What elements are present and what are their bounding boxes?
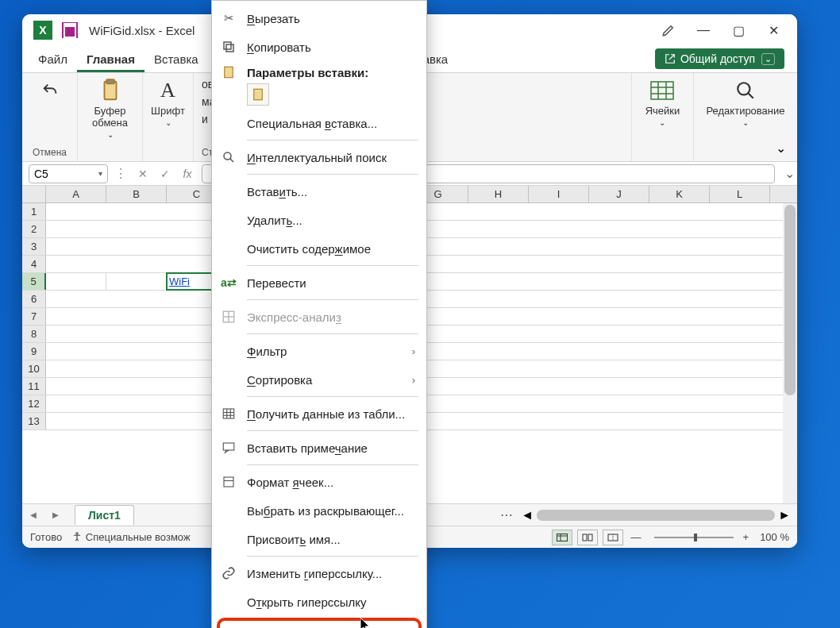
tab-nav-left[interactable]: ◄ bbox=[22, 509, 44, 521]
ctx-edit-hyperlink[interactable]: Изменить гиперссылку... bbox=[212, 559, 426, 588]
sheet-tab[interactable]: Лист1 bbox=[75, 505, 134, 525]
cell[interactable] bbox=[46, 273, 106, 290]
minimize-button[interactable]: — bbox=[686, 17, 721, 43]
table-icon bbox=[220, 405, 237, 422]
ctx-clear[interactable]: Очистить содержимое bbox=[212, 234, 426, 263]
ctx-copy[interactable]: Копировать bbox=[212, 33, 426, 61]
ctx-format-cells[interactable]: Формат ячеек... bbox=[212, 468, 426, 496]
ctx-translate[interactable]: а⇄Перевести bbox=[212, 268, 426, 297]
cancel-edit-button[interactable]: ✕ bbox=[135, 166, 151, 182]
cells-button[interactable]: Ячейки ⌄ bbox=[645, 78, 680, 127]
scissors-icon: ✂ bbox=[220, 10, 237, 27]
cursor-icon bbox=[360, 618, 373, 628]
col-header[interactable]: J bbox=[589, 186, 649, 202]
col-header[interactable]: L bbox=[710, 186, 770, 202]
paste-option-default[interactable] bbox=[247, 83, 269, 106]
ctx-remove-hyperlink[interactable]: Удалить гиперссылку bbox=[220, 621, 418, 628]
svg-rect-26 bbox=[223, 409, 234, 418]
vertical-scrollbar[interactable] bbox=[783, 203, 797, 503]
accessibility-status[interactable]: Специальные возмож bbox=[71, 531, 190, 543]
svg-rect-13 bbox=[583, 534, 587, 541]
row-header[interactable]: 7 bbox=[22, 308, 46, 325]
row-header[interactable]: 13 bbox=[22, 413, 46, 430]
horizontal-scrollbar[interactable]: ◄► bbox=[521, 508, 791, 522]
ctx-open-hyperlink[interactable]: Открыть гиперссылку bbox=[212, 588, 426, 616]
select-all-corner[interactable] bbox=[22, 186, 46, 202]
row-header[interactable]: 11 bbox=[22, 378, 46, 395]
comment-icon bbox=[220, 439, 237, 457]
tab-insert[interactable]: Вставка bbox=[144, 48, 208, 72]
confirm-edit-button[interactable]: ✓ bbox=[157, 166, 173, 182]
paintbrush-icon[interactable] bbox=[651, 17, 686, 43]
svg-rect-10 bbox=[557, 534, 567, 541]
svg-rect-19 bbox=[225, 67, 233, 78]
col-header[interactable]: I bbox=[529, 186, 589, 202]
row-header[interactable]: 5 bbox=[22, 273, 46, 290]
svg-rect-2 bbox=[651, 82, 673, 99]
chevron-down-icon: ⌄ bbox=[761, 53, 775, 65]
col-header[interactable]: H bbox=[468, 186, 529, 202]
ctx-insert-comment[interactable]: Вставить примечание bbox=[212, 433, 426, 462]
row-header[interactable]: 6 bbox=[22, 291, 46, 307]
tab-options-button[interactable]: ⋯ bbox=[500, 507, 513, 522]
formula-expand-button[interactable]: ⌄ bbox=[781, 166, 797, 181]
ctx-define-name[interactable]: Присвоить имя... bbox=[212, 525, 426, 553]
svg-line-8 bbox=[748, 93, 753, 98]
ctx-quick-analysis: Экспресс-анализ bbox=[212, 302, 426, 331]
tab-home[interactable]: Главная bbox=[77, 48, 144, 72]
ctx-paste-special[interactable]: Специальная вставка... bbox=[212, 109, 426, 137]
row-header[interactable]: 10 bbox=[22, 360, 46, 377]
ctx-sort[interactable]: Сортировка› bbox=[212, 365, 426, 394]
tab-file[interactable]: Файл bbox=[29, 48, 77, 72]
tab-nav-right[interactable]: ► bbox=[44, 509, 67, 521]
svg-rect-31 bbox=[223, 443, 234, 450]
editing-button[interactable]: Редактирование ⌄ bbox=[706, 78, 784, 127]
view-normal-button[interactable] bbox=[552, 530, 572, 545]
row-header[interactable]: 8 bbox=[22, 326, 46, 342]
window-title: WiFiGid.xlsx - Excel bbox=[89, 24, 195, 37]
zoom-level[interactable]: 100 % bbox=[760, 531, 789, 543]
ctx-insert[interactable]: Вставить... bbox=[212, 177, 426, 206]
row-header[interactable]: 3 bbox=[22, 238, 46, 255]
view-layout-button[interactable] bbox=[577, 530, 598, 545]
cell[interactable] bbox=[106, 273, 167, 290]
col-header[interactable]: B bbox=[106, 186, 167, 202]
view-pagebreak-button[interactable] bbox=[603, 530, 623, 545]
ribbon-collapse-button[interactable]: ⌄ bbox=[772, 141, 789, 155]
row-header[interactable]: 1 bbox=[22, 203, 46, 220]
svg-rect-14 bbox=[588, 534, 592, 541]
ctx-delete[interactable]: Удалить... bbox=[212, 206, 426, 234]
ctx-paste-options bbox=[212, 83, 426, 109]
share-button[interactable]: Общий доступ ⌄ bbox=[655, 48, 784, 69]
svg-rect-20 bbox=[254, 89, 263, 100]
ctx-smart-lookup[interactable]: Интеллектуальный поиск bbox=[212, 143, 426, 171]
close-button[interactable]: ✕ bbox=[756, 17, 791, 43]
ribbon-group-clipboard: Буфер обмена ⌄ bbox=[78, 73, 143, 161]
ctx-paste-options-header: Параметры вставки: bbox=[212, 61, 426, 83]
col-header[interactable]: A bbox=[46, 186, 106, 202]
name-box[interactable]: C5 ▾ bbox=[29, 164, 108, 183]
row-header[interactable]: 9 bbox=[22, 343, 46, 360]
paste-icon bbox=[220, 64, 237, 81]
undo-button[interactable] bbox=[37, 78, 63, 103]
ctx-pick-dropdown[interactable]: Выбрать из раскрывающег... bbox=[212, 496, 426, 525]
svg-point-7 bbox=[738, 83, 749, 94]
ribbon-group-cells: Ячейки ⌄ bbox=[632, 73, 694, 161]
maximize-button[interactable]: ▢ bbox=[721, 17, 756, 43]
col-header[interactable]: K bbox=[649, 186, 710, 202]
row-header[interactable]: 12 bbox=[22, 395, 46, 412]
zoom-slider[interactable] bbox=[654, 537, 734, 538]
font-button[interactable]: A Шрифт ⌄ bbox=[151, 78, 185, 127]
ctx-get-table-data[interactable]: Получить данные из табли... bbox=[212, 399, 426, 428]
ctx-cut[interactable]: ✂Вырезать bbox=[212, 4, 426, 33]
analysis-icon bbox=[220, 308, 237, 326]
row-header[interactable]: 2 bbox=[22, 221, 46, 237]
paste-button[interactable]: Буфер обмена ⌄ bbox=[92, 78, 128, 139]
link-icon bbox=[220, 564, 237, 582]
chevron-down-icon[interactable]: ▾ bbox=[98, 169, 102, 178]
filename: WiFiGid.xlsx bbox=[89, 24, 155, 37]
row-header[interactable]: 4 bbox=[22, 256, 46, 272]
ctx-filter[interactable]: Фильтр› bbox=[212, 337, 426, 365]
save-icon[interactable] bbox=[62, 22, 78, 38]
fx-button[interactable]: fx bbox=[179, 166, 195, 182]
